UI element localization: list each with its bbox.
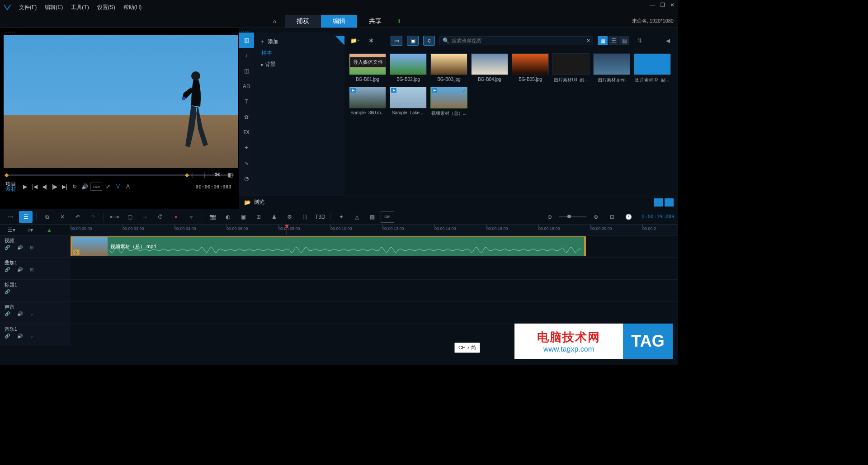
import-media-button[interactable]: 📁+ xyxy=(349,36,361,46)
effect2-icon[interactable]: ◬ xyxy=(350,211,363,223)
volume-icon[interactable]: 🔊 xyxy=(80,183,89,191)
track-ctrl-icon[interactable]: 🔊 xyxy=(17,245,23,250)
collapse-icon[interactable]: ◀ xyxy=(662,36,674,46)
tab-capture[interactable]: 捕获 xyxy=(285,15,321,28)
track-ctrl-icon[interactable]: ⊞ xyxy=(30,267,33,272)
track-ctrl-icon[interactable]: 🔊 xyxy=(17,311,23,316)
track-ctrl-icon[interactable]: 🔗 xyxy=(5,333,10,338)
effect1-icon[interactable]: ✦ xyxy=(335,211,348,223)
track-ctrl-icon[interactable]: 🔊 xyxy=(17,333,23,338)
cat-audio-icon[interactable]: ♪ xyxy=(239,48,254,63)
footer-btn-1[interactable] xyxy=(654,198,663,207)
menu-settings[interactable]: 设置(S) xyxy=(97,4,115,11)
cat-path-icon[interactable]: ∿ xyxy=(239,155,254,171)
thumb-item[interactable]: BG-B04.jpg xyxy=(471,53,508,83)
tab-share[interactable]: 共享 xyxy=(357,15,393,28)
play-button[interactable]: ▶ xyxy=(21,183,29,191)
fit-icon[interactable]: ⊡ xyxy=(605,211,619,223)
undo-icon[interactable]: ↶ xyxy=(71,211,85,223)
cat-text-icon[interactable]: T xyxy=(239,94,254,109)
aspect-ratio-button[interactable]: 16:9 xyxy=(90,183,102,191)
thumb-item[interactable]: BG-B03.jpg xyxy=(430,53,467,83)
clock-icon[interactable]: 🕐 xyxy=(622,211,635,223)
camera-icon[interactable]: 📷 xyxy=(206,211,219,223)
copy-icon[interactable]: ⧉ xyxy=(40,211,54,223)
preview-timecode[interactable]: 00:00:00:000 xyxy=(194,183,233,191)
track-ctrl-icon[interactable]: 🔗 xyxy=(5,245,10,250)
snapshot-icon[interactable]: ▣ xyxy=(236,211,250,223)
upload-icon[interactable]: ⬆ xyxy=(397,18,401,24)
stretch-icon[interactable]: ↔ xyxy=(138,211,152,223)
tools-icon[interactable]: ✕ xyxy=(56,211,69,223)
menu1-icon[interactable]: ☰▾ xyxy=(5,224,18,236)
tree-background[interactable]: 背景 xyxy=(254,59,344,70)
view-list-icon[interactable]: ▦ xyxy=(598,36,608,45)
cat-settings-icon[interactable]: ✿ xyxy=(239,109,254,125)
cat-mask-icon[interactable]: ✦ xyxy=(239,140,254,155)
a-toggle[interactable]: A xyxy=(124,183,132,191)
menu-tools[interactable]: 工具(T) xyxy=(71,4,89,11)
resize-icon[interactable]: ⤢ xyxy=(104,183,112,191)
trim-icon[interactable]: ⇤⇥ xyxy=(108,211,121,223)
track-head[interactable]: 音乐1🔗🔊⌄ xyxy=(0,324,71,346)
scrub-start-handle[interactable]: ◆ xyxy=(5,172,9,178)
preview-mode-labels[interactable]: 项目 素材 xyxy=(5,182,16,192)
bracket-icon[interactable]: ⌈⌉ xyxy=(298,211,311,223)
cat-media-icon[interactable]: ▥ xyxy=(239,33,254,48)
next-frame-icon[interactable]: |▶ xyxy=(51,183,59,191)
gear-icon[interactable]: ✱ xyxy=(365,36,377,46)
maximize-button[interactable]: ❐ xyxy=(659,2,665,8)
cat-transition-icon[interactable]: ◫ xyxy=(239,63,254,79)
track-head[interactable]: 视频🔗🔊⊞ xyxy=(0,235,71,257)
scissors-icon[interactable]: ✀ xyxy=(213,171,222,179)
loop-icon[interactable]: ↻ xyxy=(71,183,79,191)
home-button[interactable]: ⌂ xyxy=(268,15,281,28)
timeline-mode-icon[interactable]: ☰ xyxy=(19,211,33,223)
browse-label[interactable]: 浏览 xyxy=(254,198,264,206)
track-ctrl-icon[interactable]: 🔊 xyxy=(17,267,23,272)
tab-edit[interactable]: 编辑 xyxy=(321,15,357,28)
footer-btn-2[interactable] xyxy=(665,198,674,207)
filter-audio-icon[interactable]: ♫ xyxy=(423,36,435,46)
thumb-item[interactable]: BG-B02.jpg xyxy=(390,53,427,83)
scrub-bar[interactable]: ◆ ◆ [ ] ✀ ◧ xyxy=(5,172,234,178)
effect3-icon[interactable]: ▩ xyxy=(365,211,379,223)
track-ctrl-icon[interactable]: 🔗 xyxy=(5,267,10,272)
menu-help[interactable]: 帮助(H) xyxy=(123,4,142,11)
person-icon[interactable]: ♟ xyxy=(267,211,281,223)
minimize-button[interactable]: — xyxy=(649,2,656,8)
crop-icon[interactable]: ▢ xyxy=(123,211,137,223)
track-head[interactable]: 标题1🔗 xyxy=(0,280,71,301)
thumb-item[interactable]: 图片素材03_副... xyxy=(552,53,590,83)
menu2-icon[interactable]: ≡▾ xyxy=(24,224,37,236)
tree-sample[interactable]: 样本 xyxy=(254,47,344,59)
zoom-out-icon[interactable]: ⊖ xyxy=(543,211,557,223)
close-button[interactable]: ✕ xyxy=(669,2,675,8)
menu-file[interactable]: 文件(F) xyxy=(19,4,37,11)
thumb-item[interactable]: ▶Sample_360.m... xyxy=(349,87,386,117)
track-body[interactable] xyxy=(71,258,678,279)
zoom-in-icon[interactable]: ⊕ xyxy=(589,211,603,223)
chevron-down-icon[interactable]: ⌄ xyxy=(30,333,33,338)
search-box[interactable]: 🔍 × xyxy=(439,36,593,45)
cat-tracking-icon[interactable]: ◔ xyxy=(239,171,254,186)
menu-edit[interactable]: 编辑(E) xyxy=(45,4,63,11)
gif-icon[interactable]: GIF xyxy=(381,211,394,223)
sort-icon[interactable]: ⇅ xyxy=(634,36,646,46)
search-input[interactable] xyxy=(451,38,587,43)
thumb-item[interactable]: 图片素材.jpeg xyxy=(593,53,630,83)
thumb-item[interactable]: ▶✓视频素材（总）... xyxy=(430,87,467,117)
goto-end-icon[interactable]: ▶| xyxy=(61,183,69,191)
clear-search-icon[interactable]: × xyxy=(587,38,590,44)
goto-start-icon[interactable]: |◀ xyxy=(31,183,39,191)
zoom-slider[interactable] xyxy=(559,216,586,217)
mark-in-icon[interactable]: [ xyxy=(188,171,196,179)
settings-icon[interactable]: ⚙ xyxy=(283,211,296,223)
thumb-item[interactable]: BG-B05.jpg xyxy=(512,53,549,83)
up-icon[interactable]: ▲ xyxy=(42,224,56,236)
playhead[interactable] xyxy=(287,225,287,235)
t3d-icon[interactable]: T3D xyxy=(313,211,327,223)
prev-frame-icon[interactable]: ◀| xyxy=(41,183,49,191)
track-ctrl-icon[interactable]: 🔗 xyxy=(5,289,10,294)
thumb-item[interactable]: 图片素材03_副... xyxy=(634,53,671,83)
